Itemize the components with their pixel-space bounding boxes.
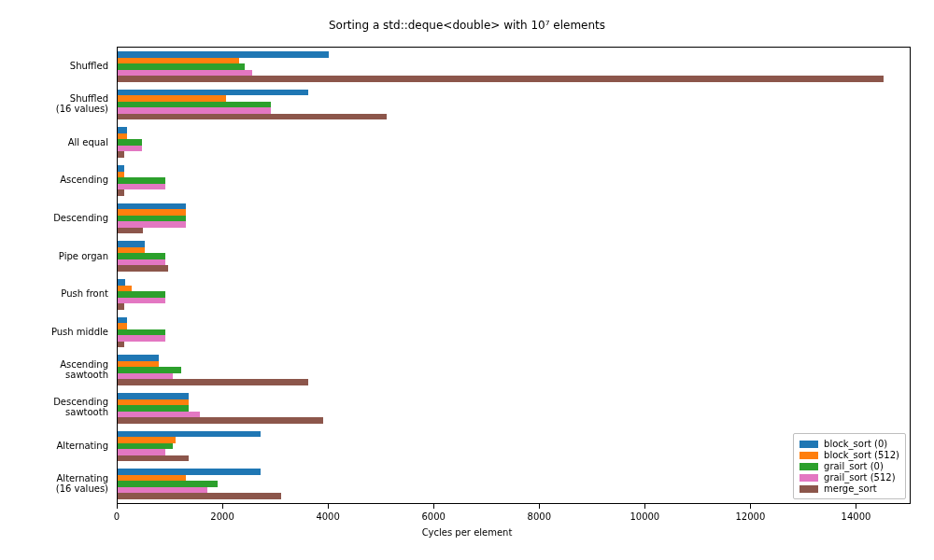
x-tick-mark	[222, 504, 223, 509]
y-tick-label: Alternating(16 values)	[6, 473, 108, 494]
legend-item: block_sort (0)	[800, 439, 899, 449]
legend-item: grail_sort (0)	[800, 461, 899, 471]
y-tick-label: Descending	[6, 213, 108, 223]
y-tick-label: Descendingsawtooth	[6, 397, 108, 417]
y-tick-label: Push front	[6, 288, 108, 299]
legend-item: grail_sort (512)	[800, 472, 899, 483]
legend-swatch	[800, 463, 818, 470]
bar	[118, 184, 165, 190]
x-tick-label: 8000	[528, 511, 551, 522]
bar	[118, 298, 165, 304]
x-tick-label: 0	[114, 511, 120, 522]
x-tick-mark	[117, 504, 118, 509]
bar	[118, 76, 884, 82]
legend-label: block_sort (0)	[824, 439, 887, 449]
legend-swatch	[800, 485, 818, 493]
bar	[118, 228, 143, 234]
bar	[118, 303, 124, 310]
legend: block_sort (0)block_sort (512)grail_sort…	[793, 433, 906, 499]
bar	[118, 151, 124, 158]
y-tick-label: Shuffled(16 values)	[6, 93, 108, 114]
legend-item: merge_sort	[800, 483, 899, 494]
x-tick-mark	[856, 504, 856, 509]
y-tick-label: Shuffled	[6, 61, 108, 71]
y-tick-label: Push middle	[6, 327, 108, 337]
title-prefix: Sorting a std::deque<double> with 10⁷ el…	[329, 19, 605, 32]
legend-label: merge_sort	[824, 483, 877, 494]
x-tick-label: 2000	[210, 511, 234, 522]
x-tick-label: 12000	[735, 511, 765, 522]
legend-swatch	[800, 474, 818, 482]
y-tick-label: Alternating	[6, 441, 108, 451]
chart-title: Sorting a std::deque<double> with 10⁷ el…	[0, 19, 934, 32]
bar	[118, 379, 308, 385]
y-tick-label: All equal	[6, 136, 108, 147]
legend-swatch	[800, 452, 818, 459]
legend-label: grail_sort (0)	[824, 461, 884, 471]
x-tick-label: 14000	[842, 511, 871, 522]
bar	[118, 265, 168, 272]
plot-area	[117, 47, 911, 504]
bar	[118, 455, 189, 462]
legend-item: block_sort (512)	[800, 450, 899, 460]
x-tick-mark	[328, 504, 329, 509]
y-tick-label: Ascendingsawtooth	[6, 359, 108, 380]
x-axis-label: Cycles per element	[0, 527, 934, 538]
legend-swatch	[800, 441, 818, 448]
x-tick-label: 6000	[421, 511, 445, 522]
bar	[118, 342, 124, 348]
x-tick-mark	[750, 504, 751, 509]
x-tick-label: 10000	[630, 511, 659, 522]
legend-label: grail_sort (512)	[824, 472, 896, 483]
bar	[118, 114, 387, 120]
bars-layer	[118, 48, 910, 503]
y-tick-label: Pipe organ	[6, 250, 108, 260]
bar	[118, 417, 323, 424]
chart-figure: Sorting a std::deque<double> with 10⁷ el…	[0, 0, 934, 560]
legend-label: block_sort (512)	[824, 450, 899, 460]
x-tick-mark	[644, 504, 645, 509]
y-tick-label: Ascending	[6, 175, 108, 185]
x-tick-mark	[433, 504, 434, 509]
x-tick-label: 4000	[316, 511, 339, 522]
bar	[118, 335, 165, 342]
x-tick-mark	[539, 504, 540, 509]
bar	[118, 189, 124, 196]
bar	[118, 493, 281, 499]
